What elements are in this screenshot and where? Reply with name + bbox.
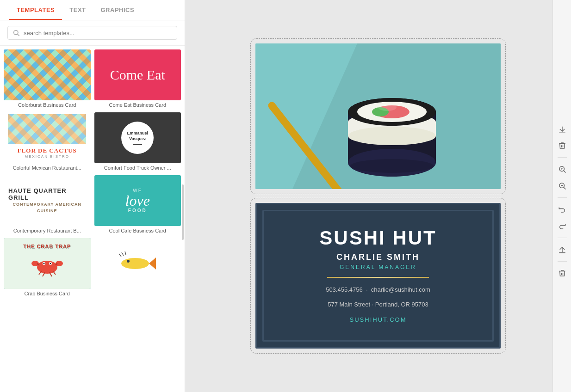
templates-grid: Colorburst Business Card Come Eat Come E… (0, 46, 185, 392)
svg-point-34 (378, 104, 397, 111)
tab-text[interactable]: TEXT (62, 0, 93, 20)
svg-rect-21 (255, 43, 501, 189)
tab-graphics[interactable]: GRAPHICS (93, 0, 142, 20)
search-input[interactable] (24, 30, 172, 37)
zoom-out-button[interactable] (555, 179, 569, 193)
svg-line-42 (564, 187, 565, 189)
person-name: CHARLIE SMITH (336, 252, 420, 262)
divider-line (327, 277, 429, 278)
canvas-content: SUSHI HUT CHARLIE SMITH GENERAL MANAGER … (255, 43, 501, 349)
right-toolbar (552, 0, 571, 392)
restaurant-text-sub: CONTEMPORARY AMERICAN CUISINE (8, 201, 86, 214)
canvas-area: SUSHI HUT CHARLIE SMITH GENERAL MANAGER … (185, 0, 571, 392)
card-back[interactable]: SUSHI HUT CHARLIE SMITH GENERAL MANAGER … (255, 203, 501, 349)
contact-address: 577 Main Street · Portland, OR 95703 (328, 299, 428, 310)
svg-point-13 (43, 263, 44, 264)
svg-line-18 (119, 254, 121, 257)
svg-point-28 (348, 113, 436, 131)
tab-templates[interactable]: TEMPLATES (9, 0, 62, 20)
svg-line-19 (122, 252, 124, 256)
svg-point-26 (348, 149, 436, 177)
svg-line-38 (564, 171, 565, 172)
svg-point-24 (348, 98, 436, 126)
template-comfortfood-label: Comfort Food Truck Owner ... (94, 163, 181, 172)
svg-rect-25 (348, 112, 436, 163)
crab-icon (29, 250, 66, 277)
toolbar-separator-4 (558, 261, 567, 262)
scrollbar[interactable] (182, 184, 184, 240)
tab-bar: TEMPLATES TEXT GRAPHICS (0, 0, 185, 20)
template-coolcafe-label: Cool Cafe Business Card (94, 226, 181, 234)
svg-point-2 (37, 261, 57, 274)
toolbar-separator-3 (558, 238, 567, 238)
zoom-in-button[interactable] (555, 162, 569, 176)
template-flordecactus[interactable]: FLOR DE CACTUS MEXICAN BISTRO Colorful M… (4, 112, 91, 172)
svg-line-20 (125, 251, 126, 255)
toolbar-separator-1 (558, 157, 567, 158)
flor-text-sub: MEXICAN BISTRO (18, 154, 77, 159)
coolcafe-love: love (125, 193, 150, 208)
search-icon (12, 29, 20, 37)
svg-point-32 (374, 105, 410, 118)
search-bar (0, 20, 185, 46)
template-colorburst[interactable]: Colorburst Business Card (4, 49, 91, 109)
svg-point-33 (372, 107, 389, 116)
template-bottom-label (94, 289, 181, 292)
svg-point-35 (350, 159, 434, 173)
svg-point-30 (348, 98, 436, 126)
svg-point-14 (50, 263, 51, 264)
trash-button[interactable] (555, 139, 569, 153)
template-restaurant-label: Contemporary Restaurant B... (4, 226, 91, 234)
left-panel: TEMPLATES TEXT GRAPHICS Colorburst Busin… (0, 0, 185, 392)
website-url: SUSHIHUT.COM (350, 316, 407, 323)
template-bottom[interactable] (94, 238, 181, 297)
template-comeeat-label: Come Eat Business Card (94, 100, 181, 109)
svg-point-31 (357, 102, 427, 122)
template-comfortfood[interactable]: EmmanuelVasquez Comfort Food Truck Owner… (94, 112, 181, 172)
upload-button[interactable] (555, 243, 569, 257)
undo-button[interactable] (555, 202, 569, 216)
template-flordecactus-label: Colorful Mexican Restaurant... (4, 163, 91, 172)
svg-rect-23 (267, 100, 392, 189)
crab-title: THE CRAB TRAP (23, 244, 71, 249)
brand-name: SUSHI HUT (319, 228, 436, 248)
svg-marker-22 (292, 43, 501, 189)
card-front[interactable] (255, 43, 501, 189)
sushi-illustration (255, 43, 501, 189)
template-crab-label: Crab Business Card (4, 289, 91, 297)
svg-point-17 (127, 260, 130, 263)
flor-text-main: FLOR DE CACTUS (18, 147, 77, 154)
fish-icon (110, 247, 165, 280)
svg-point-0 (14, 31, 18, 35)
trash2-button[interactable] (555, 266, 569, 280)
search-input-wrap (7, 26, 177, 40)
coolcafe-food: FOOD (128, 208, 147, 213)
svg-point-29 (348, 127, 436, 145)
svg-rect-27 (348, 122, 436, 136)
svg-line-1 (18, 34, 19, 36)
person-title: GENERAL MANAGER (340, 264, 416, 270)
contact-phone-email: 503.455.4756 · charlie@sushihut.com (326, 284, 430, 295)
toolbar-separator-2 (558, 197, 567, 198)
template-comeeat[interactable]: Come Eat Come Eat Business Card (94, 49, 181, 109)
template-crab[interactable]: THE CRAB TRAP Crab Business Card (4, 238, 91, 297)
svg-marker-16 (149, 257, 156, 270)
comeeat-text: Come Eat (110, 67, 165, 83)
svg-point-15 (121, 258, 149, 269)
comfort-circle: EmmanuelVasquez (121, 122, 154, 154)
redo-button[interactable] (555, 219, 569, 233)
template-restaurant[interactable]: HAUTE QUARTER GRILL CONTEMPORARY AMERICA… (4, 175, 91, 234)
download-button[interactable] (555, 122, 569, 136)
restaurant-text-main: HAUTE QUARTER GRILL (8, 187, 86, 201)
template-colorburst-label: Colorburst Business Card (4, 100, 91, 109)
template-coolcafe[interactable]: WE love FOOD Cool Cafe Business Card (94, 175, 181, 234)
